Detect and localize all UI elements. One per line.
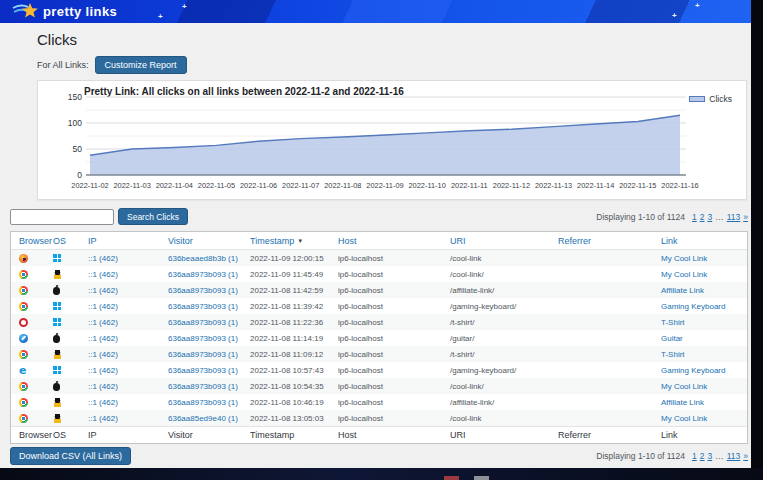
timestamp-cell: 2022-11-08 11:42:59	[242, 286, 330, 295]
column-header-link-visitor[interactable]: Visitor	[168, 236, 193, 246]
svg-text:2022-11-08: 2022-11-08	[324, 181, 361, 190]
last-page-link[interactable]: 113	[727, 451, 741, 461]
svg-text:2022-11-03: 2022-11-03	[114, 181, 151, 190]
visitor-link[interactable]: 636aa8973b093 (1)	[168, 302, 238, 311]
page-3-link[interactable]: 3	[707, 212, 712, 222]
table-row: ::1 (462)636aa8973b093 (1)2022-11-08 11:…	[11, 298, 747, 314]
ip-link[interactable]: ::1 (462)	[88, 334, 118, 343]
page-2-link[interactable]: 2	[700, 212, 705, 222]
svg-text:100: 100	[68, 118, 82, 128]
ip-link[interactable]: ::1 (462)	[88, 270, 118, 279]
visitor-link[interactable]: 636aa8973b093 (1)	[168, 366, 238, 375]
column-header-visitor: Visitor	[160, 236, 242, 246]
pretty-link-name-link[interactable]: My Cool Link	[661, 254, 707, 263]
os-cell	[45, 349, 80, 358]
visitor-link[interactable]: 636aa8973b093 (1)	[168, 286, 238, 295]
ip-link[interactable]: ::1 (462)	[88, 366, 118, 375]
host-cell: ip6-localhost	[330, 350, 442, 359]
host-cell: ip6-localhost	[330, 398, 442, 407]
visitor-link[interactable]: 636beaaed8b3b (1)	[168, 254, 238, 263]
timestamp-cell: 2022-11-08 10:46:19	[242, 398, 330, 407]
page-3-link[interactable]: 3	[707, 451, 712, 461]
last-page-link[interactable]: 113	[727, 212, 741, 222]
ip-link[interactable]: ::1 (462)	[88, 302, 118, 311]
uri-cell: /t-shirt/	[442, 350, 550, 359]
page-2-link[interactable]: 2	[700, 451, 705, 461]
visitor-cell: 636aa8973b093 (1)	[160, 270, 242, 279]
next-page-link[interactable]: »	[743, 212, 748, 222]
bottom-screen-strip	[0, 468, 763, 480]
visitor-link[interactable]: 636aa8973b093 (1)	[168, 318, 238, 327]
uri-cell: /gaming-keyboard/	[442, 302, 550, 311]
pretty-link-name-link[interactable]: Gaming Keyboard	[661, 302, 725, 311]
os-cell	[45, 318, 80, 327]
admin-page: pretty links + + + + Clicks For All Link…	[0, 0, 751, 468]
bottom-strip-red-chip	[444, 476, 459, 480]
link-cell: My Cool Link	[653, 382, 747, 391]
pretty-link-name-link[interactable]: Affiliate Link	[661, 398, 704, 407]
download-csv-button[interactable]: Download CSV (All Links)	[10, 447, 131, 465]
column-header-link-os[interactable]: OS	[53, 236, 66, 246]
browser-cell	[11, 253, 45, 262]
pretty-link-name-link[interactable]: My Cool Link	[661, 382, 707, 391]
host-cell: ip6-localhost	[330, 302, 442, 311]
ip-link[interactable]: ::1 (462)	[88, 254, 118, 263]
column-header-link-ip[interactable]: IP	[88, 236, 97, 246]
column-header-link-uri[interactable]: URI	[450, 236, 466, 246]
pretty-link-name-link[interactable]: Gaming Keyboard	[661, 366, 725, 375]
next-page-link[interactable]: »	[743, 451, 748, 461]
svg-text:2022-11-14: 2022-11-14	[577, 181, 614, 190]
column-header-link-referrer[interactable]: Referrer	[558, 236, 591, 246]
browser-cell	[11, 349, 45, 358]
host-cell: ip6-localhost	[330, 382, 442, 391]
pagination-summary: Displaying 1-10 of 1124	[596, 451, 685, 461]
column-header-link-link[interactable]: Link	[661, 236, 678, 246]
pretty-link-name-link[interactable]: Affiliate Link	[661, 286, 704, 295]
column-header-referrer: Referrer	[550, 236, 653, 246]
pretty-link-name-link[interactable]: T-Shirt	[661, 350, 685, 359]
report-filter-row: For All Links: Customize Report	[37, 56, 187, 74]
column-header-ip: IP	[80, 236, 160, 246]
pretty-link-name-link[interactable]: Guitar	[661, 334, 683, 343]
ip-link[interactable]: ::1 (462)	[88, 414, 118, 423]
sparkle-icon: +	[672, 12, 677, 20]
opera-icon	[19, 318, 28, 327]
timestamp-cell: 2022-11-08 10:54:35	[242, 382, 330, 391]
search-clicks-button[interactable]: Search Clicks	[118, 208, 188, 225]
svg-text:2022-11-09: 2022-11-09	[366, 181, 403, 190]
ip-link[interactable]: ::1 (462)	[88, 286, 118, 295]
ip-link[interactable]: ::1 (462)	[88, 350, 118, 359]
table-row: ::1 (462)636aa8973b093 (1)2022-11-08 11:…	[11, 330, 747, 346]
visitor-link[interactable]: 636aa85ed9e40 (1)	[168, 414, 238, 423]
pretty-link-name-link[interactable]: T-Shirt	[661, 318, 685, 327]
svg-text:2022-11-02: 2022-11-02	[71, 181, 108, 190]
pretty-link-name-link[interactable]: My Cool Link	[661, 270, 707, 279]
uri-cell: /guitar/	[442, 334, 550, 343]
uri-cell: /t-shirt/	[442, 318, 550, 327]
visitor-link[interactable]: 636aa8973b093 (1)	[168, 270, 238, 279]
ip-cell: ::1 (462)	[80, 382, 160, 391]
visitor-link[interactable]: 636aa8973b093 (1)	[168, 350, 238, 359]
linux-icon	[53, 398, 62, 407]
table-row: ::1 (462)636aa85ed9e40 (1)2022-11-08 13:…	[11, 410, 747, 426]
visitor-link[interactable]: 636aa8973b093 (1)	[168, 398, 238, 407]
visitor-link[interactable]: 636aa8973b093 (1)	[168, 334, 238, 343]
column-header-link-timestamp[interactable]: Timestamp	[250, 236, 294, 246]
visitor-link[interactable]: 636aa8973b093 (1)	[168, 382, 238, 391]
sort-desc-icon: ▼	[297, 238, 303, 244]
ip-link[interactable]: ::1 (462)	[88, 382, 118, 391]
visitor-cell: 636aa8973b093 (1)	[160, 350, 242, 359]
column-header-link-host[interactable]: Host	[338, 236, 357, 246]
linux-icon	[53, 414, 62, 423]
ip-cell: ::1 (462)	[80, 414, 160, 423]
page-1-link[interactable]: 1	[692, 451, 697, 461]
pretty-link-name-link[interactable]: My Cool Link	[661, 414, 707, 423]
visitor-cell: 636aa8973b093 (1)	[160, 334, 242, 343]
ip-link[interactable]: ::1 (462)	[88, 398, 118, 407]
customize-report-button[interactable]: Customize Report	[95, 56, 187, 74]
search-input[interactable]	[10, 209, 114, 225]
ip-link[interactable]: ::1 (462)	[88, 318, 118, 327]
timestamp-cell: 2022-11-08 11:14:19	[242, 334, 330, 343]
link-cell: T-Shirt	[653, 318, 747, 327]
page-1-link[interactable]: 1	[692, 212, 697, 222]
